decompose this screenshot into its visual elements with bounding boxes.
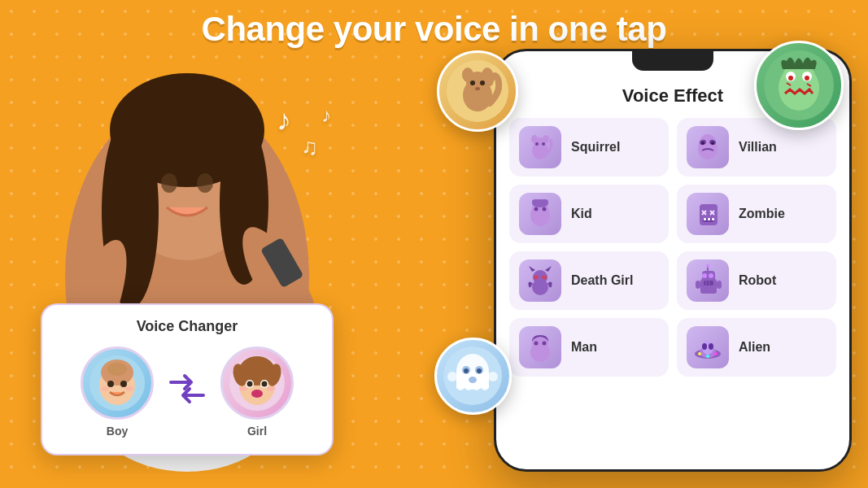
svg-text:♪: ♪ — [277, 103, 291, 137]
villian-effect-icon — [687, 126, 729, 168]
effect-item-death-girl[interactable]: Death Girl — [509, 251, 669, 310]
svg-point-9 — [197, 173, 213, 193]
svg-point-37 — [462, 68, 473, 82]
man-effect-name: Man — [571, 340, 597, 355]
boy-avatar-circle — [81, 346, 154, 420]
svg-point-58 — [469, 377, 477, 383]
svg-point-114 — [709, 343, 713, 350]
death-girl-effect-name: Death Girl — [571, 273, 633, 288]
svg-point-109 — [543, 342, 547, 346]
svg-rect-101 — [704, 281, 713, 285]
svg-point-108 — [534, 342, 539, 346]
squirrel-bubble — [437, 50, 518, 132]
svg-point-71 — [701, 142, 704, 145]
effect-item-squirrel[interactable]: Squirrel — [509, 118, 669, 176]
svg-point-47 — [788, 76, 793, 81]
svg-point-116 — [706, 355, 709, 358]
svg-rect-87 — [708, 218, 710, 220]
svg-point-60 — [488, 372, 498, 381]
svg-point-63 — [531, 135, 538, 143]
svg-marker-92 — [545, 266, 552, 272]
svg-point-30 — [262, 381, 268, 387]
robot-effect-name: Robot — [739, 273, 776, 288]
music-notes: ♪ ♫ ♪ — [277, 98, 350, 170]
svg-text:♪: ♪ — [321, 104, 331, 126]
girl-label: Girl — [247, 425, 267, 438]
effect-grid: Squirrel Vill — [496, 118, 849, 377]
svg-point-21 — [107, 363, 127, 376]
zombie-bubble — [754, 41, 844, 130]
svg-point-78 — [532, 199, 539, 204]
robot-effect-icon — [687, 259, 729, 302]
zombie-effect-icon — [687, 193, 729, 235]
effect-item-alien[interactable]: Alien — [677, 318, 836, 377]
ghost-bubble — [434, 338, 512, 415]
svg-text:♫: ♫ — [301, 134, 318, 159]
svg-rect-86 — [704, 218, 706, 220]
villian-effect-name: Villian — [739, 140, 777, 155]
girl-avatar-circle — [220, 346, 294, 420]
kid-effect-icon — [519, 193, 561, 235]
kid-effect-name: Kid — [571, 207, 592, 221]
svg-point-39 — [470, 81, 475, 85]
svg-point-32 — [239, 386, 247, 391]
svg-rect-105 — [717, 281, 722, 289]
svg-point-72 — [711, 142, 714, 145]
swap-arrow — [167, 373, 207, 412]
svg-point-113 — [702, 343, 707, 350]
svg-point-18 — [120, 381, 127, 387]
effect-item-zombie[interactable]: Zombie — [677, 185, 836, 243]
squirrel-effect-name: Squirrel — [571, 140, 620, 155]
svg-point-20 — [125, 386, 133, 391]
squirrel-effect-icon — [519, 126, 561, 168]
svg-point-117 — [714, 352, 718, 355]
voice-changer-title: Voice Changer — [62, 318, 312, 335]
svg-point-59 — [447, 372, 457, 381]
svg-point-19 — [101, 386, 109, 391]
effect-item-robot[interactable]: Robot — [677, 251, 836, 310]
svg-point-76 — [534, 207, 539, 211]
main-headline: Change your voice in one tap — [0, 10, 868, 49]
svg-rect-88 — [712, 218, 714, 220]
boy-avatar-item: Boy — [81, 346, 154, 438]
man-effect-icon — [519, 326, 561, 368]
death-girl-effect-icon — [519, 259, 561, 302]
svg-point-77 — [543, 207, 547, 211]
svg-point-66 — [542, 142, 545, 146]
svg-point-115 — [698, 352, 701, 355]
svg-point-48 — [805, 76, 809, 81]
effect-item-man[interactable]: Man — [509, 318, 669, 377]
svg-point-40 — [480, 81, 485, 85]
svg-point-41 — [475, 87, 480, 90]
zombie-effect-name: Zombie — [739, 207, 785, 221]
svg-point-8 — [161, 173, 177, 193]
svg-point-100 — [709, 273, 713, 278]
svg-point-65 — [535, 142, 539, 146]
alien-effect-name: Alien — [739, 340, 770, 355]
svg-point-29 — [247, 381, 253, 387]
svg-point-57 — [477, 368, 482, 373]
boy-label: Boy — [107, 425, 128, 438]
svg-point-17 — [107, 381, 114, 387]
phone-notch — [632, 51, 713, 71]
svg-point-79 — [542, 199, 548, 204]
alien-effect-icon — [687, 326, 729, 368]
svg-point-33 — [267, 386, 275, 391]
svg-point-98 — [706, 264, 709, 268]
voice-changer-box: Voice Changer — [41, 303, 334, 455]
svg-marker-91 — [529, 266, 535, 272]
svg-point-56 — [464, 368, 469, 373]
svg-point-99 — [702, 273, 707, 278]
girl-avatar-item: Girl — [220, 346, 294, 438]
svg-point-31 — [251, 390, 263, 398]
svg-point-64 — [543, 135, 549, 143]
svg-rect-104 — [696, 281, 700, 289]
effect-item-kid[interactable]: Kid — [509, 185, 669, 243]
